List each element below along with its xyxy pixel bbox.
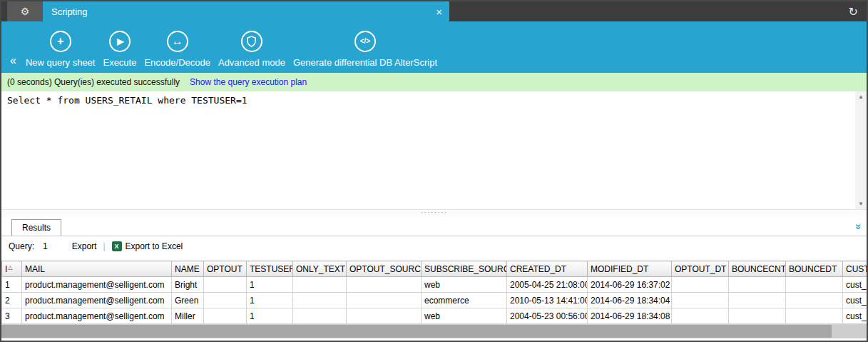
table-row[interactable]: 3product.management@selligent.comMiller1… <box>2 308 867 324</box>
scroll-up-icon[interactable]: ▲ <box>858 91 864 102</box>
horizontal-scrollbar[interactable] <box>1 324 867 338</box>
generate-alterscript-label: Generate differential DB AlterScript <box>293 57 437 68</box>
toolbar-divider: | <box>103 241 105 251</box>
results-table: I△MAILNAMEOPTOUTTESTUSERONLY_TEXTOPTOUT_… <box>1 261 867 324</box>
table-cell[interactable]: product.management@selligent.com <box>22 293 172 308</box>
column-header-bouncedt[interactable]: BOUNCEDT <box>786 261 843 277</box>
table-cell[interactable] <box>293 308 347 324</box>
encode-decode-button[interactable]: ↔ Encode/Decode <box>144 31 210 68</box>
table-cell[interactable]: 2010-05-13 14:41:00 <box>507 293 588 308</box>
table-cell[interactable] <box>347 293 422 308</box>
column-header-name[interactable]: NAME <box>172 261 204 277</box>
table-cell[interactable] <box>729 293 786 308</box>
tab-results[interactable]: Results <box>11 219 61 236</box>
sort-ascending-icon: △ <box>8 264 12 271</box>
tab-scripting[interactable]: Scripting × <box>43 1 449 21</box>
scroll-down-icon[interactable]: ▼ <box>858 198 864 209</box>
table-cell[interactable]: product.management@selligent.com <box>22 308 172 324</box>
table-cell[interactable] <box>672 293 729 308</box>
collapse-toolbar-button[interactable]: « <box>9 54 18 68</box>
table-cell[interactable]: cust_1 <box>843 277 867 293</box>
table-row[interactable]: 1product.management@selligent.comBright1… <box>2 277 867 293</box>
results-toolbar: Query: 1 Export | X Export to Excel <box>1 236 867 256</box>
close-icon[interactable]: × <box>436 6 442 17</box>
generate-alterscript-button[interactable]: </> Generate differential DB AlterScript <box>293 31 437 68</box>
query-editor[interactable]: Select * from USERS_RETAIL where TESTUSE… <box>1 91 867 210</box>
table-cell[interactable]: 2004-05-23 00:56:00 <box>507 308 588 324</box>
column-header-bouncecnt[interactable]: BOUNCECNT <box>729 261 786 277</box>
advanced-mode-button[interactable]: Advanced mode <box>218 31 285 68</box>
scripting-window: ⚙ Scripting × ↻ « + New query sheet ▶ Ex… <box>0 0 868 342</box>
editor-scrollbar[interactable]: ▲ ▼ <box>855 91 867 209</box>
table-cell[interactable]: cust_3 <box>843 308 867 324</box>
table-cell[interactable]: product.management@selligent.com <box>22 277 172 293</box>
header-row: I△MAILNAMEOPTOUTTESTUSERONLY_TEXTOPTOUT_… <box>2 261 867 277</box>
settings-tab[interactable]: ⚙ <box>7 1 43 21</box>
column-header-testuser[interactable]: TESTUSER <box>247 261 293 277</box>
export-button[interactable]: Export <box>72 241 97 251</box>
table-cell[interactable] <box>293 293 347 308</box>
table-cell[interactable] <box>293 277 347 293</box>
table-cell[interactable]: 1 <box>247 308 293 324</box>
advanced-mode-label: Advanced mode <box>218 57 285 68</box>
table-cell[interactable]: 2014-06-29 16:37:02 <box>588 277 672 293</box>
column-header-subscribe_source[interactable]: SUBSCRIBE_SOURCE <box>422 261 507 277</box>
execution-plan-link[interactable]: Show the query execution plan <box>190 77 307 87</box>
table-cell[interactable]: 1 <box>247 293 293 308</box>
query-count-label: Query: <box>9 241 34 251</box>
row-number-cell[interactable]: 2 <box>2 293 22 308</box>
collapse-results-icon[interactable]: « <box>850 223 862 229</box>
table-cell[interactable] <box>786 293 843 308</box>
shield-circle-icon <box>241 31 262 52</box>
table-cell[interactable] <box>672 277 729 293</box>
table-cell[interactable] <box>786 277 843 293</box>
table-cell[interactable] <box>204 293 247 308</box>
encode-decode-icon: ↔ <box>167 31 188 52</box>
table-cell[interactable]: 2014-06-29 18:34:08 <box>588 308 672 324</box>
table-cell[interactable]: Bright <box>172 277 204 293</box>
column-header-optout_dt[interactable]: OPTOUT_DT <box>672 261 729 277</box>
play-circle-icon: ▶ <box>109 31 131 52</box>
table-cell[interactable] <box>729 308 786 324</box>
table-cell[interactable] <box>204 308 247 324</box>
column-header-modified_dt[interactable]: MODIFIED_DT <box>588 261 672 277</box>
table-cell[interactable] <box>204 277 247 293</box>
column-header-mail[interactable]: MAIL <box>22 261 172 277</box>
excel-icon: X <box>112 241 122 251</box>
column-header-created_dt[interactable]: CREATED_DT <box>507 261 588 277</box>
table-cell[interactable] <box>347 277 422 293</box>
tab-scripting-label: Scripting <box>51 6 88 17</box>
column-header-i[interactable]: I△ <box>2 261 22 277</box>
refresh-icon[interactable]: ↻ <box>849 5 858 19</box>
table-cell[interactable]: cust_2 <box>843 293 867 308</box>
table-cell[interactable]: 2014-06-29 18:34:04 <box>588 293 672 308</box>
execute-button[interactable]: ▶ Execute <box>103 31 136 68</box>
table-cell[interactable]: ecommerce <box>422 293 507 308</box>
splitter-handle[interactable]: ········ <box>1 210 867 216</box>
code-circle-icon: </> <box>354 31 376 52</box>
table-cell[interactable]: web <box>422 308 507 324</box>
export-to-excel-button[interactable]: X Export to Excel <box>112 241 183 251</box>
table-cell[interactable]: Green <box>172 293 204 308</box>
table-cell[interactable]: Miller <box>172 308 204 324</box>
query-text[interactable]: Select * from USERS_RETAIL where TESTUSE… <box>1 91 867 109</box>
new-query-sheet-button[interactable]: + New query sheet <box>26 31 96 68</box>
table-cell[interactable] <box>347 308 422 324</box>
table-cell[interactable]: 1 <box>247 277 293 293</box>
new-query-sheet-label: New query sheet <box>26 57 96 68</box>
column-header-optout_source[interactable]: OPTOUT_SOURCE <box>347 261 422 277</box>
row-number-cell[interactable]: 1 <box>2 277 22 293</box>
column-header-custo[interactable]: CUSTO <box>843 261 867 277</box>
table-cell[interactable] <box>729 277 786 293</box>
column-header-optout[interactable]: OPTOUT <box>204 261 247 277</box>
column-header-only_text[interactable]: ONLY_TEXT <box>293 261 347 277</box>
table-cell[interactable]: web <box>422 277 507 293</box>
table-cell[interactable] <box>786 308 843 324</box>
row-number-cell[interactable]: 3 <box>2 308 22 324</box>
gear-icon: ⚙ <box>21 6 30 17</box>
table-cell[interactable]: 2005-04-25 21:08:00 <box>507 277 588 293</box>
table-cell[interactable] <box>672 308 729 324</box>
table-row[interactable]: 2product.management@selligent.comGreen1e… <box>2 293 867 308</box>
horizontal-scrollbar-thumb[interactable] <box>1 325 832 338</box>
execute-label: Execute <box>103 57 136 68</box>
